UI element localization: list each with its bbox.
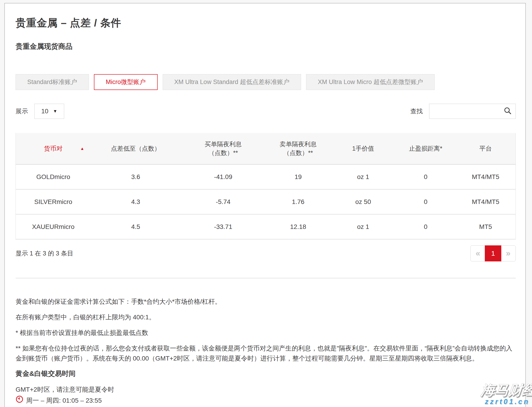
cell-sl-tp-distance: 0 (396, 189, 456, 214)
header-currency-pair[interactable]: 货币对 ▲ (16, 133, 91, 164)
cell-platform: MT5 (456, 214, 516, 239)
chevron-down-icon: ▼ (53, 109, 57, 114)
cell-swap-long: -5.74 (181, 189, 266, 214)
cell-swap-long: -41.09 (181, 164, 266, 189)
tab-ultra-low-micro-account[interactable]: XM Ultra Low Micro 超低点差微型账户 (306, 74, 435, 90)
search-control: 查找 (410, 104, 516, 119)
pagination-next-button[interactable]: » (501, 245, 516, 261)
note-silver-leverage: 在所有账户类型中，白银的杠杆上限均为 400:1。 (16, 312, 516, 322)
search-input[interactable] (429, 104, 516, 118)
table-row: GOLDmicro 3.6 -41.09 19 oz 1 0 MT4/MT5 (16, 164, 516, 189)
cell-platform: MT4/MT5 (456, 164, 516, 189)
table-footer: 显示 1 在 3 的 3 条目 « 1 » (16, 245, 516, 261)
account-type-tabs: Standard标准账户 Micro微型账户 XM Ultra Low Stan… (16, 74, 516, 90)
page-size-control: 展示 10 ▼ (16, 104, 64, 119)
trading-hours-weekdays: 周一 – 周四: 01:05 – 23:55 (16, 395, 516, 406)
note-min-stop-level: * 根据当前市价设置挂单的最低止损盈最低点数 (16, 328, 516, 338)
trading-hours-weekdays-text: 周一 – 周四: 01:05 – 23:55 (26, 396, 102, 405)
note-margin-formula: 黄金和白银的保证金需求计算公式如下：手数*合约大小*市场价格/杠杆。 (16, 297, 516, 307)
entries-summary: 显示 1 在 3 的 3 条目 (16, 249, 73, 258)
section-divider (16, 278, 516, 278)
content-panel: 贵重金属 – 点差 / 条件 贵重金属现货商品 Standard标准账户 Mic… (4, 3, 526, 407)
table-row: SILVERmicro 4.3 -5.74 1.76 oz 50 0 MT4/M… (16, 189, 516, 214)
note-swap-explanation: ** 如果您有仓位持仓过夜的话，那么您会支付或者获取一些金额，该金额便是两个货币… (16, 343, 516, 363)
header-spread-low[interactable]: 点差低至（点数） (91, 133, 181, 164)
page: 贵重金属 – 点差 / 条件 贵重金属现货商品 Standard标准账户 Mic… (0, 0, 532, 407)
cell-currency-pair: XAUEURmicro (16, 214, 91, 239)
cell-spread: 4.3 (91, 189, 181, 214)
cell-currency-pair: SILVERmicro (16, 189, 91, 214)
search-icon (504, 107, 512, 116)
cell-swap-short: 19 (266, 164, 330, 189)
pagination-prev-button[interactable]: « (470, 245, 485, 261)
page-size-value: 10 (41, 108, 48, 115)
tab-ultra-low-standard-account[interactable]: XM Ultra Low Standard 超低点差标准账户 (163, 74, 301, 90)
header-sl-tp-distance[interactable]: 止盈损距离* (396, 133, 456, 164)
cell-sl-tp-distance: 0 (396, 214, 456, 239)
table-row: XAUEURmicro 4.5 -33.71 12.18 oz 1 0 MT5 (16, 214, 516, 239)
timezone-note: GMT+2时区，请注意可能是夏令时 (16, 385, 516, 394)
sort-asc-icon: ▲ (80, 146, 84, 151)
pagination: « 1 » (470, 245, 516, 261)
tab-micro-account[interactable]: Micro微型账户 (94, 74, 158, 90)
pagination-page-1-button[interactable]: 1 (485, 245, 501, 261)
page-size-select[interactable]: 10 ▼ (34, 104, 64, 119)
cell-spread: 4.5 (91, 214, 181, 239)
header-swap-long[interactable]: 买单隔夜利息 （点数）** (181, 133, 266, 164)
notes-section: 黄金和白银的保证金需求计算公式如下：手数*合约大小*市场价格/杠杆。 在所有账户… (16, 297, 516, 363)
cell-swap-short: 1.76 (266, 189, 330, 214)
trading-hours-heading: 黄金&白银交易时间 (16, 369, 516, 378)
table-controls: 展示 10 ▼ 查找 (16, 104, 516, 119)
cell-lot-value: oz 1 (330, 214, 396, 239)
show-label: 展示 (16, 107, 28, 115)
header-lot-value[interactable]: 1手价值 (330, 133, 396, 164)
page-subtitle: 贵重金属现货商品 (16, 42, 516, 51)
instruments-table: 货币对 ▲ 点差低至（点数） 买单隔夜利息 （点数）** 卖单隔夜利息 (16, 133, 516, 239)
header-platform[interactable]: 平台 (456, 133, 516, 164)
cell-currency-pair: GOLDmicro (16, 164, 91, 189)
header-swap-short[interactable]: 卖单隔夜利息 （点数）** (266, 133, 330, 164)
page-title: 贵重金属 – 点差 / 条件 (16, 16, 516, 30)
search-label: 查找 (410, 107, 423, 115)
cell-sl-tp-distance: 0 (396, 164, 456, 189)
cell-lot-value: oz 1 (330, 164, 396, 189)
clock-icon (16, 395, 23, 406)
cell-swap-long: -33.71 (181, 214, 266, 239)
search-box (429, 104, 516, 119)
cell-swap-short: 12.18 (266, 214, 330, 239)
cell-spread: 3.6 (91, 164, 181, 189)
cell-lot-value: oz 50 (330, 189, 396, 214)
tab-standard-account[interactable]: Standard标准账户 (16, 74, 89, 90)
cell-platform: MT4/MT5 (456, 189, 516, 214)
table-header-row: 货币对 ▲ 点差低至（点数） 买单隔夜利息 （点数）** 卖单隔夜利息 (16, 133, 516, 164)
